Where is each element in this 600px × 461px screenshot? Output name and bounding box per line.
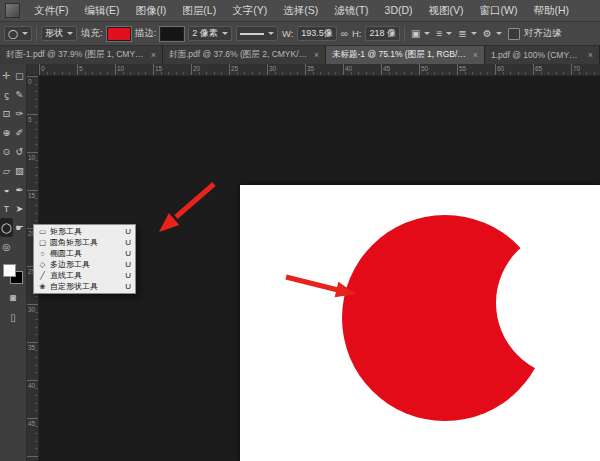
document-view[interactable] [240, 185, 600, 461]
foreground-color-swatch[interactable] [3, 264, 16, 277]
path-buttons: ▣ ≡ ≣ ⚙ [409, 26, 504, 42]
polygon-tool-item[interactable]: ◇ 多边形工具 U [34, 259, 135, 270]
stroke-width-select[interactable]: 2 像素 [188, 26, 232, 41]
height-label: H: [352, 28, 362, 39]
menu-view[interactable]: 视图(V) [421, 0, 472, 21]
ellipse-tool[interactable]: ◯ [0, 218, 13, 237]
close-icon[interactable]: × [588, 50, 593, 60]
button-glyph: ≣ [458, 28, 466, 39]
gradient-tool[interactable]: ▧ [13, 161, 26, 180]
shortcut-key: U [121, 238, 131, 247]
ruler-label: 65 [533, 64, 571, 75]
link-dimensions-icon[interactable]: ∞ [341, 28, 348, 39]
rounded-rectangle-tool-item[interactable]: ▢ 圆角矩形工具 U [34, 237, 135, 248]
close-icon[interactable]: × [473, 50, 478, 60]
menu-select[interactable]: 选择(S) [275, 0, 326, 21]
chevron-down-icon [446, 32, 452, 35]
move-tool[interactable]: ✛ [0, 66, 13, 85]
shape-tool-icon: ○ [38, 249, 47, 258]
shape-settings-button[interactable]: ⚙ [481, 26, 504, 42]
ruler-label: 15 [153, 64, 191, 75]
type-tool[interactable]: T [0, 199, 13, 218]
menu-image[interactable]: 图像(I) [127, 0, 174, 21]
pen-tool[interactable]: ✒ [13, 180, 26, 199]
line-style-icon [240, 33, 264, 35]
tool-options-bar: ◯ 形状 填充: 描边: 2 像素 W: 193.5像 ∞ H: 218 像 [0, 22, 600, 46]
ruler-label: 55 [457, 64, 495, 75]
tab-fengmian-1[interactable]: 封面-1.pdf @ 37.9% (图层 1, CMYK/8) * × [0, 46, 163, 64]
lasso-tool[interactable]: ϛ [0, 85, 13, 104]
menu-3d[interactable]: 3D(D) [377, 0, 421, 21]
healing-brush-tool[interactable]: ⊕ [0, 123, 13, 142]
path-arrangement-button[interactable]: ≣ [456, 26, 478, 42]
ruler-label: 15 [27, 190, 38, 228]
stroke-label: 描边: [135, 27, 157, 40]
menu-help[interactable]: 帮助(H) [526, 0, 578, 21]
tab-1-pdf[interactable]: 1.pdf @ 100% (CMYK/8) × [485, 46, 600, 64]
ruler-label: 0 [27, 76, 38, 114]
history-brush-tool[interactable]: ↺ [13, 142, 26, 161]
fill-swatch[interactable] [107, 27, 131, 41]
clone-stamp-tool[interactable]: ⊙ [0, 142, 13, 161]
menu-layer[interactable]: 图层(L) [174, 0, 224, 21]
ruler-label: 5 [27, 114, 38, 152]
menu-bar: 文件(F)编辑(E)图像(I)图层(L)文字(Y)选择(S)滤镜(T)3D(D)… [0, 0, 600, 22]
close-icon[interactable]: × [151, 50, 156, 60]
path-selection-tool[interactable]: ➤ [13, 199, 26, 218]
path-operations-button[interactable]: ▣ [409, 26, 432, 42]
shortcut-key: U [121, 271, 131, 280]
shape-tool-icon: ◇ [38, 260, 47, 269]
custom-shape-tool-item[interactable]: ❀ 自定形状工具 U [34, 281, 135, 292]
document-tab-bar: 封面-1.pdf @ 37.9% (图层 1, CMYK/8) * × 封面.p… [0, 46, 600, 64]
align-edges-checkbox[interactable] [508, 28, 520, 40]
menu-filter[interactable]: 滤镜(T) [326, 0, 376, 21]
fill-label: 填充: [81, 27, 103, 40]
eyedropper-tool[interactable]: ✑ [13, 104, 26, 123]
tab-fengmian[interactable]: 封面.pdf @ 37.6% (图层 2, CMYK/8) * × [163, 46, 326, 64]
ruler-label: 35 [305, 64, 343, 75]
line-tool-item[interactable]: ╱ 直线工具 U [34, 270, 135, 281]
quick-mask-button[interactable]: ◙ [10, 290, 16, 304]
crop-tool[interactable]: ⊡ [0, 104, 13, 123]
shortcut-key: U [121, 260, 131, 269]
color-swatches[interactable] [3, 264, 23, 284]
stroke-style-select[interactable] [236, 26, 278, 41]
shape-tool-icon: ▢ [38, 238, 47, 247]
tool-grid: ✛ ▢ ϛ ✎ ⊡ ✑ ⊕ ✐ ⊙ ↺ ▱ ▧ [0, 66, 26, 256]
brush-tool[interactable]: ✐ [13, 123, 26, 142]
rectangle-tool-item[interactable]: ▭ 矩形工具 U [34, 226, 135, 237]
shape-height-field[interactable]: 218 像 [365, 26, 400, 41]
ruler-label: 45 [381, 64, 419, 75]
ruler-label: 60 [495, 64, 533, 75]
shape-tool-label: 自定形状工具 [50, 281, 98, 292]
zoom-tool[interactable]: ◎ [0, 237, 13, 256]
screen-mode-button[interactable]: ▯ [10, 310, 16, 324]
tool-mode-select[interactable]: 形状 [41, 26, 77, 41]
ruler-label: 40 [343, 64, 381, 75]
hand-tool[interactable]: ☛ [13, 218, 26, 237]
menu-window[interactable]: 窗口(W) [472, 0, 526, 21]
photoshop-window: 文件(F)编辑(E)图像(I)图层(L)文字(Y)选择(S)滤镜(T)3D(D)… [0, 0, 600, 461]
button-glyph: ≡ [436, 28, 442, 39]
tab-untitled-1[interactable]: 未标题-1 @ 75.1% (图层 1, RGB/8) * × [326, 46, 485, 64]
quick-selection-tool[interactable]: ✎ [13, 85, 26, 104]
chevron-down-icon [424, 32, 430, 35]
shape-tool-icon: ╱ [38, 271, 47, 280]
button-glyph: ⚙ [483, 28, 492, 39]
menu-file[interactable]: 文件(F) [26, 0, 76, 21]
blur-tool[interactable]: ◒ [0, 180, 13, 199]
button-glyph: ▣ [411, 28, 420, 39]
marquee-tool[interactable]: ▢ [13, 66, 26, 85]
ruler-label: 30 [27, 304, 38, 342]
tool-preset-button[interactable]: ◯ [4, 26, 32, 41]
width-label: W: [282, 28, 293, 39]
path-alignment-button[interactable]: ≡ [434, 26, 454, 42]
separator [404, 26, 405, 42]
eraser-tool[interactable]: ▱ [0, 161, 13, 180]
ellipse-tool-item[interactable]: ○ 椭圆工具 U [34, 248, 135, 259]
menu-type[interactable]: 文字(Y) [224, 0, 275, 21]
close-icon[interactable]: × [314, 50, 319, 60]
shape-width-field[interactable]: 193.5像 [297, 26, 337, 41]
stroke-swatch[interactable] [160, 27, 184, 41]
menu-edit[interactable]: 编辑(E) [76, 0, 127, 21]
